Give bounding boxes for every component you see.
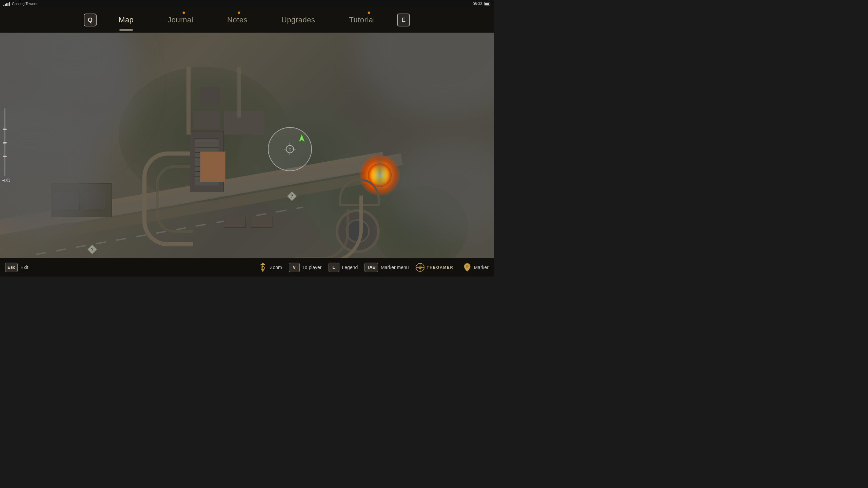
v-key[interactable]: V (289, 263, 300, 272)
tab-map-wrapper: Map (102, 12, 151, 28)
tutorial-dot (368, 12, 370, 14)
time-display: 08:33 (473, 2, 482, 6)
tab-journal[interactable]: Journal (151, 12, 210, 28)
app-name: Cooling Towers (12, 2, 37, 6)
building-2c (200, 87, 220, 106)
tab-upgrades-wrapper: Upgrades (264, 12, 332, 28)
player-marker (298, 133, 306, 143)
building-2b (224, 111, 264, 135)
tab-tutorial[interactable]: Tutorial (332, 12, 392, 28)
road-vertical-2 (237, 67, 241, 118)
zoom-beacon-icon (258, 262, 267, 273)
marker-menu-button[interactable]: TAB Marker menu (364, 263, 409, 272)
svg-text:?: ? (291, 194, 293, 199)
status-right: 08:33 (473, 2, 490, 6)
exit-button[interactable]: Esc Exit (5, 263, 28, 272)
to-player-label: To player (302, 265, 322, 270)
signal-bars-icon (3, 2, 10, 6)
tab-notes[interactable]: Notes (210, 12, 264, 28)
small-struct-2 (251, 216, 273, 228)
ruins-detail-2 (85, 192, 105, 210)
brand-icon (415, 263, 425, 272)
zoom-control[interactable]: ◄X3 (4, 108, 11, 183)
marker-label: Marker (474, 265, 489, 270)
tab-notes-wrapper: Notes (210, 12, 264, 28)
brand-text-label: THEGAMER (427, 265, 453, 269)
marker-menu-label: Marker menu (381, 265, 409, 270)
road-vertical-1 (186, 67, 191, 135)
marker-button[interactable]: Marker (463, 263, 489, 272)
ruins-detail-1 (53, 190, 80, 210)
building-orange (200, 151, 225, 182)
zoom-btn[interactable]: Zoom (258, 262, 282, 273)
svg-marker-7 (260, 263, 265, 265)
status-left: Cooling Towers (3, 2, 37, 6)
building-2a (193, 111, 220, 129)
battery-icon (484, 2, 490, 5)
tab-journal-wrapper: Journal (151, 12, 210, 28)
l-key[interactable]: L (329, 263, 339, 272)
svg-text:?: ? (91, 247, 93, 252)
quest-marker-2: ? (87, 245, 97, 254)
tab-upgrades[interactable]: Upgrades (264, 12, 332, 28)
tab-key[interactable]: TAB (364, 263, 378, 272)
to-player-button[interactable]: V To player (289, 263, 322, 272)
status-bar: Cooling Towers 08:33 (0, 0, 494, 7)
map-container[interactable]: ? ? ◄X3 (0, 33, 494, 258)
tab-tutorial-wrapper: Tutorial (332, 12, 392, 28)
e-key-button[interactable]: E (397, 14, 410, 26)
bottom-bar: Esc Exit Zoom V To player L Legend TAB M… (0, 258, 494, 277)
tab-map[interactable]: Map (102, 12, 151, 28)
road-curve-inner (295, 209, 349, 258)
brand-logo: THEGAMER (415, 263, 453, 272)
curved-road-inner (156, 165, 193, 233)
journal-dot (183, 12, 185, 14)
marker-pin-icon (463, 263, 471, 272)
zoom-label-text: Zoom (270, 265, 282, 270)
exit-label: Exit (20, 265, 28, 270)
crosshair-icon (286, 145, 294, 153)
q-key-button[interactable]: Q (84, 14, 97, 26)
legend-label: Legend (342, 265, 358, 270)
zoom-label: ◄X3 (1, 178, 11, 183)
svg-point-15 (466, 265, 469, 268)
notes-dot (238, 12, 240, 14)
legend-button[interactable]: L Legend (329, 263, 358, 272)
nav-bar: Q Map Journal Notes Upgrades Tutorial (0, 7, 494, 33)
svg-marker-9 (261, 269, 264, 272)
small-struct-1 (224, 216, 246, 228)
quest-marker-1: ? (287, 191, 297, 201)
esc-key[interactable]: Esc (5, 263, 18, 272)
